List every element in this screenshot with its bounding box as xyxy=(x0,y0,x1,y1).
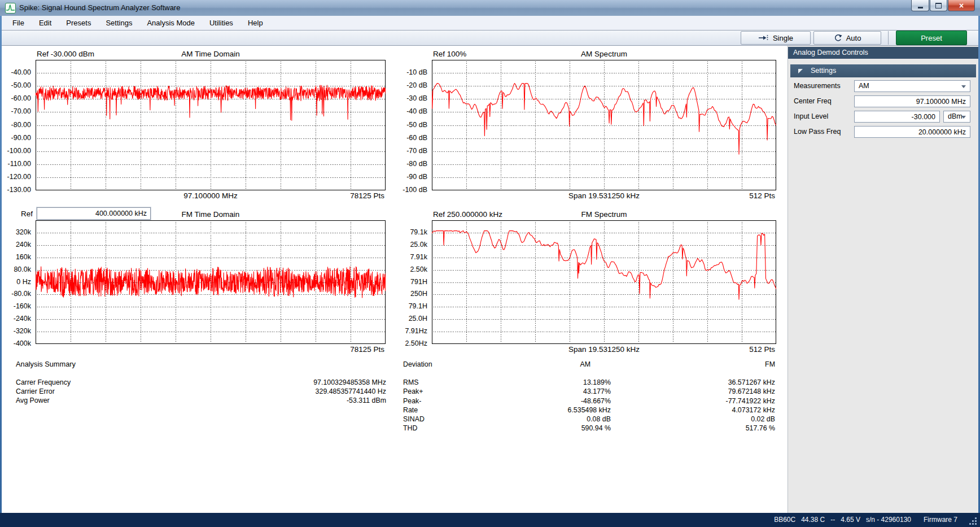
am-time-center-freq-label: 97.100000 MHz xyxy=(36,191,386,200)
minimize-button[interactable] xyxy=(911,0,929,11)
fm-spectrum-canvas[interactable] xyxy=(432,220,776,344)
y-tick-label: -240k xyxy=(14,315,31,323)
y-tick-label: -10 dB xyxy=(406,68,427,76)
y-tick-label: 7.91Hz xyxy=(405,327,427,335)
y-tick-label: 25.0k xyxy=(410,241,427,249)
y-tick-label: 80.0k xyxy=(14,265,31,273)
am-spectrum-span-label: Span 19.531250 kHz xyxy=(432,191,776,200)
maximize-button[interactable] xyxy=(930,0,947,11)
measurements-row: Measurements AM xyxy=(794,80,970,92)
deviation-row-peak-plus: Peak+ 43.177% 79.672148 kHz xyxy=(403,387,775,396)
am-time-title: AM Time Domain xyxy=(36,50,386,58)
input-level-row: Input Level dBm xyxy=(794,111,970,123)
y-tick-label: -80 dB xyxy=(406,160,427,168)
settings-section-header[interactable]: Settings xyxy=(790,64,976,77)
fm-time-domain-plot: Ref FM Time Domain 320k240k160k80.0k0 Hz… xyxy=(36,220,386,344)
menu-item-analysis-mode[interactable]: Analysis Mode xyxy=(139,17,202,29)
maximize-icon xyxy=(935,3,942,8)
fm-time-canvas[interactable] xyxy=(36,220,386,344)
menu-item-utilities[interactable]: Utilities xyxy=(202,17,240,29)
fm-time-title: FM Time Domain xyxy=(36,210,386,219)
analog-demod-controls-panel: Analog Demod Controls Settings Measureme… xyxy=(788,46,978,513)
y-tick-label: 79.1H xyxy=(409,302,427,310)
fm-spectrum-span-label: Span 19.531250 kHz xyxy=(432,345,776,354)
y-tick-label: -70 dB xyxy=(406,147,427,155)
y-tick-label: -90.00 xyxy=(11,134,31,142)
deviation-header: Deviation xyxy=(403,360,471,369)
low-pass-freq-row: Low Pass Freq xyxy=(794,126,970,138)
deviation-col-am: AM xyxy=(471,360,611,369)
center-freq-input[interactable] xyxy=(855,97,970,107)
low-pass-freq-input[interactable] xyxy=(855,127,970,138)
y-tick-label: -50.00 xyxy=(11,81,31,89)
input-level-input[interactable] xyxy=(855,112,939,123)
summary-value: 329.485357741440 Hz xyxy=(316,387,386,396)
menu-item-settings[interactable]: Settings xyxy=(98,17,139,29)
deviation-row-peak-minus: Peak- -48.667% -77.741922 kHz xyxy=(403,397,775,406)
y-tick-label: -80.00 xyxy=(11,121,31,129)
deviation-row-sinad: SINAD 0.08 dB 0.02 dB xyxy=(403,415,775,424)
y-tick-label: 240k xyxy=(16,241,31,249)
single-sweep-icon xyxy=(758,34,769,41)
y-tick-label: -130.00 xyxy=(7,186,31,194)
resize-grip[interactable] xyxy=(969,517,977,525)
y-tick-label: 160k xyxy=(16,253,31,261)
y-tick-label: 2.50Hz xyxy=(405,339,427,347)
menu-item-edit[interactable]: Edit xyxy=(32,17,59,29)
status-text: BB60C44.38 C--4.65 Vs/n - 42960130Firmwa… xyxy=(768,516,957,524)
close-icon: × xyxy=(959,1,964,10)
input-level-label: Input Level xyxy=(794,112,828,120)
y-tick-label: -110.00 xyxy=(8,160,31,168)
status-serial: s/n - 42960130 xyxy=(866,516,911,524)
y-tick-label: -40.00 xyxy=(11,68,31,76)
toolbar: Single Auto Preset xyxy=(2,30,978,46)
settings-header-label: Settings xyxy=(811,64,836,77)
menu-item-help[interactable]: Help xyxy=(240,17,270,29)
fm-time-y-axis: 320k240k160k80.0k0 Hz-80.0k-160k-240k-32… xyxy=(0,220,32,344)
am-time-canvas[interactable] xyxy=(36,60,386,190)
y-tick-label: -60.00 xyxy=(11,94,31,102)
auto-sweep-button[interactable]: Auto xyxy=(813,31,881,45)
center-freq-label: Center Freq xyxy=(794,97,832,105)
am-spectrum-title: AM Spectrum xyxy=(432,50,776,58)
center-freq-row: Center Freq xyxy=(794,95,970,107)
deviation-col-fm: FM xyxy=(611,360,775,369)
status-firmware: Firmware 7 xyxy=(924,516,957,524)
y-tick-label: 7.91k xyxy=(410,253,427,261)
window-title: Spike: Signal Hound Spectrum Analyzer So… xyxy=(19,3,180,12)
collapse-triangle-icon xyxy=(798,69,803,73)
am-spectrum-canvas[interactable] xyxy=(432,60,776,190)
y-tick-label: -80.0k xyxy=(11,290,31,298)
close-button[interactable]: × xyxy=(948,0,975,11)
status-bar: BB60C44.38 C--4.65 Vs/n - 42960130Firmwa… xyxy=(0,513,980,527)
measurements-label: Measurements xyxy=(794,82,841,90)
summary-row-carrier-error: Carrier Error 329.485357741440 Hz xyxy=(16,387,386,396)
main-content: Ref -30.000 dBm AM Time Domain -40.00-50… xyxy=(2,46,978,513)
y-tick-label: 791H xyxy=(410,278,427,286)
y-tick-label: 320k xyxy=(16,228,31,236)
title-bar[interactable]: Spike: Signal Hound Spectrum Analyzer So… xyxy=(0,0,980,16)
fm-spectrum-y-axis: 79.1k25.0k7.91k2.50k791H250H79.1H25.0H7.… xyxy=(396,220,428,344)
y-tick-label: -160k xyxy=(14,302,31,310)
preset-button[interactable]: Preset xyxy=(896,31,967,45)
input-level-field-box xyxy=(854,111,940,123)
input-level-unit-select[interactable]: dBm xyxy=(943,111,970,123)
minimize-icon xyxy=(918,7,923,8)
status-voltage: 4.65 V xyxy=(841,516,860,524)
y-tick-label: -20 dB xyxy=(406,81,427,89)
summary-row-avg-power: Avg Power -53.311 dBm xyxy=(16,396,386,405)
single-sweep-button[interactable]: Single xyxy=(741,31,811,45)
y-tick-label: 0 Hz xyxy=(16,278,31,286)
measurements-select[interactable]: AM xyxy=(854,80,970,92)
menu-item-file[interactable]: File xyxy=(5,17,32,29)
status-separator: -- xyxy=(830,516,835,524)
analysis-summary-table: Carrer Frequency 97.100329485358 MHz Car… xyxy=(16,378,386,406)
menu-bar: File Edit Presets Settings Analysis Mode… xyxy=(2,16,978,30)
app-window: Spike: Signal Hound Spectrum Analyzer So… xyxy=(0,0,980,527)
y-tick-label: 25.0H xyxy=(409,315,427,323)
y-tick-label: -100 dB xyxy=(403,186,427,194)
am-time-domain-plot: Ref -30.000 dBm AM Time Domain -40.00-50… xyxy=(36,60,386,190)
summary-label: Carrier Error xyxy=(16,387,55,396)
y-tick-label: -30 dB xyxy=(406,94,427,102)
menu-item-presets[interactable]: Presets xyxy=(59,17,98,29)
